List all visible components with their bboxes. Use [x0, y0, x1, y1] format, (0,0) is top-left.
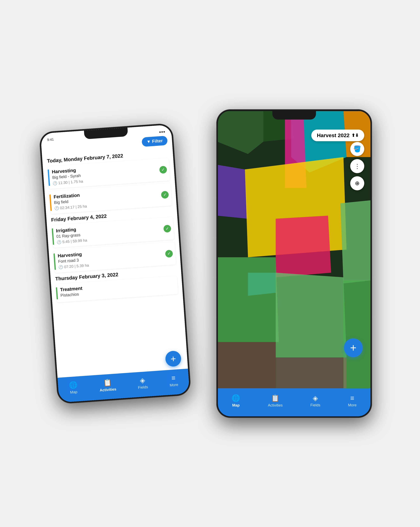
- card-time-2: 02:34:17 | 25 ha: [60, 204, 87, 210]
- clock-icon-1: 🕐: [52, 181, 57, 186]
- paint-bucket-button[interactable]: 🪣: [350, 142, 364, 156]
- card-border-blue-1: [48, 169, 50, 186]
- map-controls: 🪣 ⋮ ⊕: [350, 142, 364, 190]
- card-border-green-5: [56, 287, 58, 299]
- scene: 9:41 ●●● ▼ Filter Today, Monday February…: [39, 14, 381, 513]
- svg-marker-11: [218, 257, 279, 342]
- harvest-selector[interactable]: Harvest 2022 ⬆⬇: [311, 130, 364, 141]
- activities-icon-right: 📋: [271, 394, 280, 402]
- nav-item-more-left[interactable]: ≡ More: [169, 374, 178, 387]
- svg-marker-10: [340, 200, 370, 283]
- map-icon-right: 🌐: [231, 394, 240, 402]
- filter-button[interactable]: ▼ Filter: [141, 136, 168, 147]
- card-content-5: Treatment Pistachios: [60, 279, 175, 299]
- svg-marker-15: [276, 357, 346, 388]
- nav-label-map-left: Map: [70, 390, 78, 394]
- activity-list: Today, Monday February 7, 2022 Harvestin…: [42, 146, 188, 378]
- nav-label-more-right: More: [348, 403, 357, 407]
- card-content-1: Harvesting Big field - Syrah 🕐 11:30 | 1…: [52, 161, 167, 186]
- filter-label: Filter: [152, 138, 163, 144]
- fields-icon-right: ◈: [313, 394, 318, 402]
- nav-item-map-right[interactable]: 🌐 Map: [231, 394, 240, 407]
- svg-marker-14: [218, 342, 276, 388]
- right-notch: [272, 111, 316, 120]
- svg-marker-13: [343, 280, 370, 388]
- filter-icon: ▼: [146, 139, 151, 144]
- paint-bucket-icon: 🪣: [353, 145, 361, 153]
- nav-item-activities-right[interactable]: 📋 Activities: [268, 394, 283, 407]
- left-phone-screen: 9:41 ●●● ▼ Filter Today, Monday February…: [40, 124, 190, 402]
- nav-label-activities-left: Activities: [100, 387, 116, 392]
- harvest-arrow-icon: ⬆⬇: [351, 133, 359, 138]
- card-time-4: 07:20 | 5.39 ha: [64, 263, 89, 269]
- clock-icon-4: 🕐: [58, 265, 63, 270]
- card-content-2: Fertilization Big field 🕐 02:34:17 | 25 …: [53, 186, 169, 211]
- right-bottom-nav: 🌐 Map 📋 Activities ◈ Fields ≡ More: [218, 388, 370, 416]
- left-fab-icon: +: [170, 353, 176, 364]
- more-options-icon: ⋮: [354, 163, 360, 170]
- card-border-green-4: [53, 253, 56, 270]
- card-content-3: Irrigating 01 Ray-grass 🕐 5:45 | 59.99 h…: [56, 220, 171, 244]
- location-icon: ⊕: [355, 180, 360, 187]
- card-border-orange-2: [49, 194, 52, 211]
- svg-marker-12: [276, 273, 346, 357]
- more-icon-right: ≡: [350, 394, 354, 402]
- svg-marker-6: [218, 165, 248, 219]
- nav-item-map-left[interactable]: 🌐 Map: [69, 381, 78, 395]
- nav-label-fields-left: Fields: [138, 384, 148, 390]
- left-phone: 9:41 ●●● ▼ Filter Today, Monday February…: [39, 123, 191, 404]
- clock-icon-3: 🕐: [57, 240, 62, 244]
- nav-label-more-left: More: [169, 382, 178, 387]
- more-icon-left: ≡: [171, 374, 176, 382]
- nav-label-map-right: Map: [232, 403, 240, 407]
- nav-label-activities-right: Activities: [268, 403, 283, 407]
- nav-label-fields-right: Fields: [310, 403, 320, 407]
- clock-icon-2: 🕐: [54, 206, 59, 211]
- card-time-1: 11:30 | 1.75 ha: [58, 179, 83, 185]
- nav-item-more-right[interactable]: ≡ More: [348, 394, 357, 407]
- map-area: Harvest 2022 ⬆⬇ 🪣 ⋮ ⊕: [218, 111, 370, 388]
- right-phone: Harvest 2022 ⬆⬇ 🪣 ⋮ ⊕: [216, 109, 372, 418]
- svg-marker-8: [276, 216, 331, 277]
- map-fab-icon: +: [350, 341, 357, 354]
- fields-icon-left: ◈: [139, 376, 145, 384]
- map-fab[interactable]: +: [344, 338, 363, 357]
- activities-icon-left: 📋: [103, 378, 112, 387]
- location-button[interactable]: ⊕: [350, 176, 364, 190]
- card-border-green-3: [52, 228, 54, 245]
- card-time-3: 5:45 | 59.99 ha: [62, 238, 87, 244]
- nav-item-fields-left[interactable]: ◈ Fields: [137, 376, 148, 390]
- card-content-4: Harvesting Font road 3 🕐 07:20 | 5.39 ha: [57, 245, 173, 270]
- nav-item-activities-left[interactable]: 📋 Activities: [99, 378, 116, 392]
- nav-item-fields-right[interactable]: ◈ Fields: [310, 394, 320, 407]
- right-phone-screen: Harvest 2022 ⬆⬇ 🪣 ⋮ ⊕: [218, 111, 370, 416]
- more-options-button[interactable]: ⋮: [350, 159, 364, 173]
- harvest-label: Harvest 2022: [317, 132, 350, 138]
- map-icon-left: 🌐: [69, 381, 78, 389]
